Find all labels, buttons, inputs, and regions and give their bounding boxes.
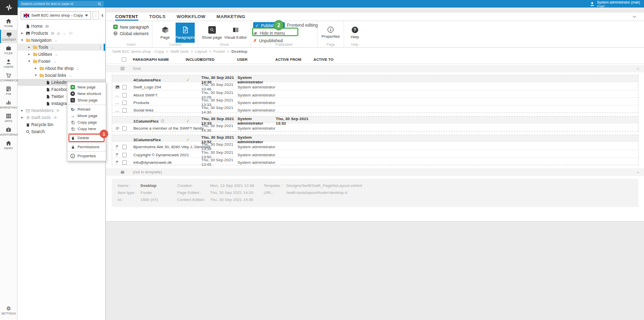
user-icon xyxy=(6,59,12,65)
breadcrumb-link[interactable]: Layout xyxy=(195,49,207,54)
group-header-row[interactable]: 4ColumnsFlex ✓ Thu, 30 Sep 2021 14:30 Sy… xyxy=(112,75,638,82)
tab-content[interactable]: CONTENT xyxy=(115,13,138,21)
visual-editor-button[interactable]: Visual Editor xyxy=(223,23,248,43)
search-input[interactable] xyxy=(19,1,98,7)
trash-icon xyxy=(70,136,75,140)
expand-icon[interactable]: ▸ xyxy=(20,31,25,35)
row-checkbox[interactable] xyxy=(122,108,127,113)
collapse-icon[interactable]: ▾ xyxy=(20,38,25,42)
monitoring-icon xyxy=(6,127,12,133)
menu-item-reload[interactable]: ↻ Reload xyxy=(67,106,106,113)
tree-item-footer[interactable]: ▾ Footer ↔ xyxy=(18,58,105,65)
chevron-down-icon[interactable] xyxy=(636,170,644,174)
breadcrumb-link[interactable]: Footer xyxy=(213,49,225,54)
menu-item-permissions[interactable]: Permissions xyxy=(67,144,106,150)
chevron-down-icon xyxy=(85,15,88,17)
rail-item-content[interactable]: CONTENT xyxy=(0,30,17,43)
new-paragraph-button[interactable]: + New paragraph xyxy=(113,24,149,30)
global-element-button[interactable]: Global element xyxy=(113,30,149,37)
row-checkbox[interactable] xyxy=(122,126,127,131)
page-button[interactable]: Page xyxy=(155,23,175,43)
tree-item-products[interactable]: ▸ Products ↔ xyxy=(18,30,105,37)
rail-item-ecommerce[interactable]: ECOMMERCE xyxy=(0,70,17,84)
app-logo[interactable] xyxy=(0,0,18,15)
paragraph-row[interactable]: Bjoernholms Allé 30, 8260 Viby J, Denmar… xyxy=(112,142,638,150)
user-menu[interactable]: System administrator (mak) Angel xyxy=(590,1,640,8)
menu-item-new-page[interactable]: + New page xyxy=(67,84,106,90)
properties-button[interactable]: i Properties xyxy=(320,23,341,43)
collapse-icon[interactable]: ▾ xyxy=(27,59,32,63)
tree-item-social-links[interactable]: ▾ Social links ↔ xyxy=(18,72,105,79)
tree-item-tools[interactable]: ▸ Tools ↔ ⋮ xyxy=(18,44,105,51)
group-header-row[interactable]: 1ColumnFlex ✓ Thu, 30 Sep 2021 13:33 Sys… xyxy=(112,117,638,124)
breadcrumb-link[interactable]: Swift B2C demo shop - Copy xyxy=(112,49,164,54)
group-name: 1ColumnFlex xyxy=(133,119,186,124)
expand-icon[interactable]: ▸ xyxy=(20,116,25,120)
row-kebab-icon[interactable]: ⋮ xyxy=(98,45,102,50)
rail-item-monitoring[interactable]: MONITORING xyxy=(0,125,17,138)
paragraph-row[interactable]: Become a member of the SWIFT family Thu,… xyxy=(112,124,638,131)
tree-item-navigation[interactable]: ▾ Navigation ↔ xyxy=(18,37,105,44)
menu-item-show-page[interactable]: Show page xyxy=(67,97,106,103)
breadcrumb-link[interactable]: Swift tools xyxy=(170,49,188,54)
tab-marketing[interactable]: MARKETING xyxy=(216,13,245,21)
rail-item-demo[interactable]: DEMO xyxy=(0,138,17,152)
help-button[interactable]: ? Help xyxy=(347,23,362,43)
rail-item-settings[interactable]: ⚙ SETTINGS xyxy=(0,303,17,317)
panel-collapse-arrow-icon[interactable] xyxy=(101,14,103,18)
lock-icon xyxy=(70,145,75,149)
collapse-icon[interactable]: ▾ xyxy=(33,73,38,77)
site-options-button[interactable]: ⋮ xyxy=(93,11,99,20)
grid-section-bar[interactable]: Grid xyxy=(106,65,644,72)
paragraph-row[interactable]: info@dynamicweb.dk Thu, 30 Sep 2021 13:4… xyxy=(112,157,638,165)
briefcase-icon xyxy=(6,45,12,51)
show-page-button[interactable]: Show page xyxy=(201,23,222,43)
row-checkbox[interactable] xyxy=(122,153,127,157)
paragraph-row[interactable]: Swift_Logo 294 Thu, 30 Sep 2021 10:46 Sy… xyxy=(112,82,638,90)
expand-icon[interactable]: ▸ xyxy=(27,52,32,56)
expand-icon[interactable]: ▸ xyxy=(20,109,25,113)
row-checkbox[interactable] xyxy=(122,85,127,89)
row-checkbox[interactable] xyxy=(122,100,127,105)
paragraph-row[interactable]: … Social links Thu, 30 Sep 2021 14:30 Sy… xyxy=(112,105,638,113)
menu-item-copy-page[interactable]: Copy page xyxy=(67,119,106,126)
app-rail: HOME CONTENT FILES USERS ECOMMERCE PIM xyxy=(0,0,18,320)
rail-item-pim[interactable]: PIM xyxy=(0,84,17,97)
rail-item-files[interactable]: FILES xyxy=(0,43,17,57)
rail-item-users[interactable]: USERS xyxy=(0,57,17,70)
menu-item-properties[interactable]: i Properties xyxy=(67,153,106,159)
ribbon-collapse-chevron-icon[interactable] xyxy=(632,13,637,21)
row-checkbox[interactable] xyxy=(122,145,127,149)
site-selector[interactable]: Swift B2C demo shop - Copy xyxy=(21,11,91,20)
tree-item-about-the-shop[interactable]: ▸ About the shop ↔ xyxy=(18,65,105,72)
expand-icon[interactable]: ▸ xyxy=(27,45,32,49)
paragraph-row[interactable]: … About SWIFT Thu, 30 Sep 2021 10:26 Sys… xyxy=(112,90,638,97)
rail-item-apps[interactable]: APPS xyxy=(0,111,17,125)
group-header-row[interactable]: 3ColumnsFlex ✓ Thu, 30 Sep 2021 13:52 Sy… xyxy=(112,135,638,142)
detail-value-item-type: Footer xyxy=(140,190,177,195)
annotation-badge-1: 1 xyxy=(100,130,108,138)
rail-label: MARKETING xyxy=(0,106,17,109)
chevron-down-icon[interactable] xyxy=(636,67,644,71)
frontend-editing-button[interactable]: Frontend editing xyxy=(280,23,317,28)
not-in-template-bar[interactable]: (not in template) xyxy=(106,168,644,176)
menu-item-move-page[interactable]: → Move page xyxy=(67,113,106,119)
select-all-checkbox[interactable] xyxy=(122,57,126,62)
row-checkbox[interactable] xyxy=(122,160,127,165)
tab-workflow[interactable]: WORKFLOW xyxy=(177,13,205,21)
search-icon[interactable] xyxy=(98,2,102,6)
hide-in-menu-button[interactable]: Hide in menu xyxy=(253,30,285,36)
tab-tools[interactable]: TOOLS xyxy=(149,13,166,21)
expand-icon[interactable]: ▸ xyxy=(33,66,38,70)
ribbon-group-page: i Properties Page xyxy=(317,21,344,47)
rail-item-marketing[interactable]: MARKETING xyxy=(0,97,17,111)
tree-item-utilities[interactable]: ▸ Utilities ↔ xyxy=(18,51,105,58)
menu-item-delete[interactable]: Delete 1 xyxy=(67,135,106,141)
paragraphs-button[interactable]: Paragraphs xyxy=(176,23,195,43)
menu-item-new-shortcut[interactable]: + New shortcut xyxy=(67,90,106,97)
paragraph-row[interactable]: … Products Thu, 30 Sep 2021 13:33 System… xyxy=(112,97,638,105)
paragraph-row[interactable]: Copyright © Dynamicweb 2021 Thu, 30 Sep … xyxy=(112,150,638,157)
tree-item-home[interactable]: Home xyxy=(18,23,105,30)
row-checkbox[interactable] xyxy=(122,93,127,97)
rail-item-home[interactable]: HOME xyxy=(0,16,17,30)
